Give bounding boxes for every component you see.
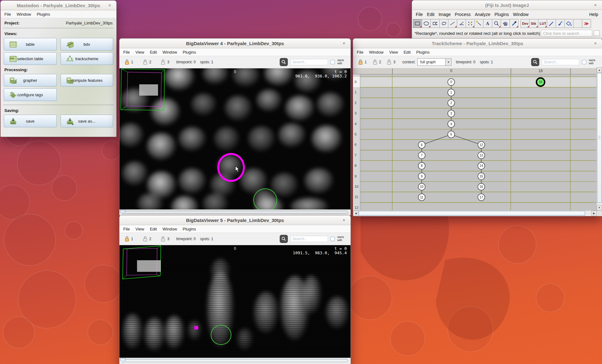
starts-with-checkbox[interactable] xyxy=(330,237,335,241)
menu-analyze[interactable]: Analyze xyxy=(475,12,490,17)
close-icon[interactable]: × xyxy=(341,40,347,46)
menu-plugins[interactable]: Plugins xyxy=(37,12,50,17)
menu-file[interactable]: File xyxy=(4,12,11,17)
menu-file[interactable]: File xyxy=(416,12,423,17)
horizontal-scrollbar-thumb[interactable] xyxy=(359,211,585,216)
trackscheme-search-input[interactable] xyxy=(542,59,579,65)
fill-tool[interactable] xyxy=(564,19,573,28)
spot-green[interactable] xyxy=(211,325,231,345)
menu-view[interactable]: View xyxy=(135,227,144,231)
compute-features-button[interactable]: compute features xyxy=(61,74,114,87)
lock-1[interactable]: 1 xyxy=(124,236,133,242)
scroll-left-icon[interactable]: ◀ xyxy=(353,211,358,216)
time-slider-thumb[interactable] xyxy=(120,210,125,215)
time-slider-thumb[interactable] xyxy=(120,358,125,363)
bdv4-search-input[interactable] xyxy=(290,59,328,65)
menu-plugins[interactable]: Plugins xyxy=(183,227,196,231)
lock-3[interactable]: 3 xyxy=(161,236,169,242)
point-tool[interactable] xyxy=(466,19,475,28)
menu-window[interactable]: Window xyxy=(369,50,383,55)
time-slider-track[interactable] xyxy=(122,359,348,362)
search-icon[interactable] xyxy=(280,235,288,243)
lock-3[interactable]: 3 xyxy=(387,59,395,65)
lock-1[interactable]: 1 xyxy=(124,59,133,65)
menu-view[interactable]: View xyxy=(135,50,144,55)
menu-edit[interactable]: Edit xyxy=(427,12,435,17)
scroll-down-icon[interactable]: ▼ xyxy=(597,205,602,210)
save-as-button[interactable]: save as... xyxy=(61,115,114,127)
spot-green[interactable] xyxy=(253,188,277,209)
lock-2[interactable]: 2 xyxy=(372,59,381,65)
menu-edit[interactable]: Edit xyxy=(150,50,157,55)
menu-file[interactable]: File xyxy=(123,50,130,55)
search-icon[interactable] xyxy=(531,58,539,66)
grapher-button[interactable]: grapher xyxy=(4,74,57,87)
close-icon[interactable]: × xyxy=(341,217,347,223)
starts-with-checkbox[interactable] xyxy=(330,60,335,64)
horizontal-scrollbar[interactable]: ◀ ▶ xyxy=(353,210,597,216)
context-dropdown[interactable]: full graph ▼ xyxy=(417,58,452,66)
lock-3[interactable]: 3 xyxy=(161,59,169,65)
menu-window[interactable]: Window xyxy=(17,12,31,17)
oval-tool[interactable] xyxy=(422,19,431,28)
bdv5-titlebar[interactable]: BigDataViewer 5 - Parhyale_LimbDev_30tps… xyxy=(119,215,351,225)
close-icon[interactable]: × xyxy=(107,2,113,8)
text-tool[interactable]: A xyxy=(483,19,492,28)
menu-image[interactable]: Image xyxy=(439,12,451,17)
rectangle-tool[interactable] xyxy=(413,19,422,28)
brush-tool[interactable] xyxy=(556,19,565,28)
menu-help[interactable]: Help xyxy=(589,12,598,17)
hand-tool[interactable] xyxy=(501,19,510,28)
menu-window[interactable]: Window xyxy=(162,50,177,55)
menu-edit[interactable]: Edit xyxy=(404,50,410,55)
vertical-scrollbar[interactable]: ▲ ▼ xyxy=(596,67,602,210)
bdv4-viewport[interactable]: 0 t = 0 961.6, 936.0, 1063.2 xyxy=(119,68,351,209)
bdv5-viewport[interactable]: 0 t = 0 1091.5, 983.0, 945.4 xyxy=(119,245,351,358)
scroll-up-icon[interactable]: ▲ xyxy=(597,67,602,73)
bdv-button[interactable]: bdv xyxy=(61,38,114,50)
menu-edit[interactable]: Edit xyxy=(150,227,157,231)
bdv4-titlebar[interactable]: BigDataViewer 4 - Parhyale_LimbDev_30tps… xyxy=(119,39,351,48)
line-tool[interactable] xyxy=(448,19,457,28)
imagej-search-mini-box[interactable] xyxy=(594,30,599,36)
trackscheme-titlebar[interactable]: TrackScheme - Parhyale_LimbDev_30tps × xyxy=(353,39,602,48)
time-slider-track[interactable] xyxy=(122,211,348,214)
menu-view[interactable]: View xyxy=(389,50,398,55)
menu-file[interactable]: File xyxy=(123,227,130,231)
zoom-tool[interactable] xyxy=(492,19,501,28)
selection-table-button[interactable]: selection table xyxy=(4,52,57,65)
freehand-tool[interactable] xyxy=(439,19,448,28)
lock-2[interactable]: 2 xyxy=(143,59,151,65)
table-button[interactable]: table xyxy=(4,38,57,50)
mastodon-titlebar[interactable]: Mastodon - Parhyale_LimbDev_30tps × xyxy=(1,1,116,10)
dev-tool[interactable]: Dev xyxy=(520,19,530,28)
trackscheme-graph[interactable]: 0123456789101112 01234567891011121314151… xyxy=(353,74,602,212)
pencil-tool[interactable] xyxy=(547,19,556,28)
menu-window[interactable]: Window xyxy=(162,227,177,231)
highlighted-spot-magenta[interactable] xyxy=(217,153,245,182)
lut-tool[interactable]: LUT xyxy=(538,19,547,28)
angle-tool[interactable] xyxy=(457,19,466,28)
menu-plugins[interactable]: Plugins xyxy=(494,12,509,17)
trackscheme-button[interactable]: trackscheme xyxy=(61,52,114,65)
menu-process[interactable]: Process xyxy=(455,12,471,17)
more-tool[interactable]: ≫ xyxy=(582,19,591,28)
vertical-scrollbar-thumb[interactable] xyxy=(597,73,602,203)
polygon-tool[interactable] xyxy=(430,19,440,28)
close-icon[interactable]: × xyxy=(592,40,599,46)
stk-tool[interactable]: Stk xyxy=(529,19,538,28)
menu-file[interactable]: File xyxy=(357,50,363,55)
scroll-right-icon[interactable]: ▶ xyxy=(591,211,597,216)
configure-tags-button[interactable]: configure tags xyxy=(4,88,57,101)
wand-tool[interactable] xyxy=(474,19,483,28)
imagej-search-input[interactable] xyxy=(541,30,592,37)
menu-window[interactable]: Window xyxy=(513,12,529,17)
lock-1[interactable]: 1 xyxy=(358,59,367,65)
time-slider[interactable] xyxy=(119,209,351,214)
menu-plugins[interactable]: Plugins xyxy=(183,50,196,55)
imagej-titlebar[interactable]: (Fiji Is Just) ImageJ × xyxy=(412,0,602,10)
menu-plugins[interactable]: Plugins xyxy=(416,50,430,55)
lock-2[interactable]: 2 xyxy=(143,236,151,242)
save-button[interactable]: save xyxy=(4,115,57,127)
search-icon[interactable] xyxy=(280,58,288,66)
